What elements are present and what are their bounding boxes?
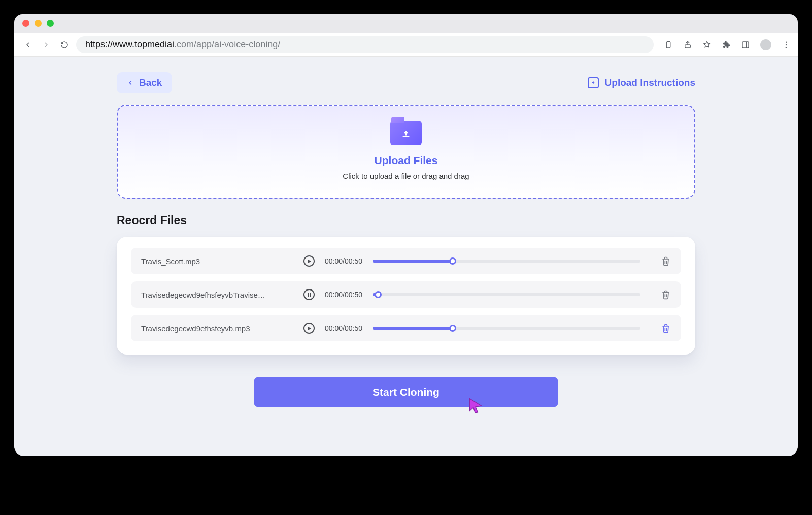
file-row: Travisedegecwd9efhsfeyvb.mp300:00/00:50 — [131, 315, 681, 341]
browser-action-icons — [664, 39, 791, 50]
files-card: Travis_Scott.mp300:00/00:50Travisedegecw… — [117, 237, 695, 355]
delete-button[interactable] — [661, 289, 671, 300]
page-viewport: Back Upload Instructions Upload Files Cl — [14, 57, 798, 456]
document-icon — [588, 77, 599, 88]
clipboard-icon[interactable] — [664, 40, 673, 49]
upload-folder-icon — [390, 121, 422, 145]
nav-back-button[interactable] — [21, 38, 35, 51]
close-icon[interactable] — [22, 20, 29, 27]
file-row: Travisedegecwd9efhsfeyvbTravise…00:00/00… — [131, 281, 681, 308]
back-button[interactable]: Back — [117, 72, 172, 93]
file-name: Travisedegecwd9efhsfeyvbTravise… — [141, 291, 293, 299]
file-time: 00:00/00:50 — [325, 257, 362, 265]
seek-thumb[interactable] — [449, 325, 456, 332]
maximize-icon[interactable] — [47, 20, 54, 27]
window-titlebar — [14, 14, 798, 33]
browser-toolbar: https://www.topmediai.com/app/ai-voice-c… — [14, 33, 798, 57]
upload-dropzone[interactable]: Upload Files Click to upload a file or d… — [117, 105, 695, 199]
seek-thumb[interactable] — [375, 291, 382, 298]
play-button[interactable] — [303, 323, 315, 334]
svg-rect-0 — [666, 42, 670, 48]
dropzone-title: Upload Files — [128, 154, 684, 167]
svg-point-5 — [786, 47, 787, 48]
file-row: Travis_Scott.mp300:00/00:50 — [131, 248, 681, 274]
minimize-icon[interactable] — [35, 20, 42, 27]
url-text-path: .com/app/ai-voice-cloning/ — [174, 39, 280, 50]
section-title: Reocrd Files — [117, 214, 695, 228]
file-time: 00:00/00:50 — [325, 324, 362, 332]
file-name: Travis_Scott.mp3 — [141, 257, 293, 266]
seek-bar[interactable] — [373, 327, 640, 330]
window-traffic-lights[interactable] — [22, 20, 54, 27]
pause-button[interactable] — [303, 289, 315, 300]
panel-icon[interactable] — [741, 40, 750, 49]
browser-window: https://www.topmediai.com/app/ai-voice-c… — [14, 14, 798, 456]
seek-thumb[interactable] — [449, 258, 456, 265]
svg-rect-2 — [742, 42, 749, 48]
svg-point-3 — [786, 41, 787, 42]
profile-avatar[interactable] — [760, 39, 771, 50]
upload-instructions-link[interactable]: Upload Instructions — [588, 77, 695, 88]
bookmark-star-icon[interactable] — [702, 40, 712, 49]
start-cloning-label: Start Cloning — [373, 386, 439, 398]
svg-point-4 — [786, 44, 787, 45]
nav-reload-button[interactable] — [58, 38, 71, 51]
share-icon[interactable] — [683, 40, 692, 49]
play-button[interactable] — [303, 255, 315, 267]
nav-forward-button[interactable] — [40, 38, 53, 51]
back-button-label: Back — [139, 77, 162, 88]
file-name: Travisedegecwd9efhsfeyvb.mp3 — [141, 324, 293, 333]
dropzone-subtitle: Click to upload a file or drag and drag — [128, 172, 684, 180]
upload-instructions-label: Upload Instructions — [605, 77, 695, 88]
seek-bar[interactable] — [373, 260, 640, 263]
more-menu-icon[interactable] — [782, 40, 791, 49]
svg-rect-1 — [685, 45, 691, 48]
extensions-icon[interactable] — [722, 40, 731, 49]
file-time: 00:00/00:50 — [325, 291, 362, 299]
cursor-pointer-icon — [467, 396, 484, 415]
seek-bar[interactable] — [373, 293, 640, 296]
delete-button[interactable] — [661, 323, 671, 333]
delete-button[interactable] — [661, 256, 671, 266]
start-cloning-button[interactable]: Start Cloning — [254, 377, 558, 407]
address-bar[interactable]: https://www.topmediai.com/app/ai-voice-c… — [76, 36, 654, 53]
url-text-host: https://www.topmediai — [85, 39, 174, 50]
